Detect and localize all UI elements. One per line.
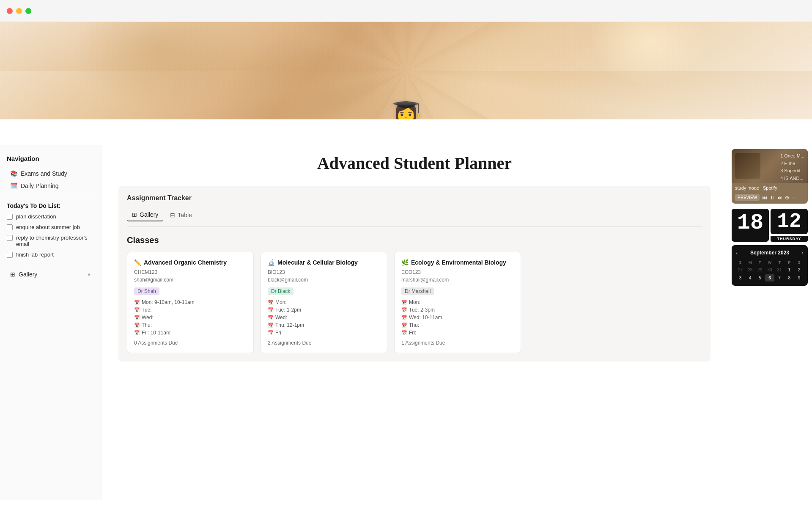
class-card-bio: 🔬 Molecular & Cellular Biology BIO123 bl…	[261, 252, 387, 353]
cal-3[interactable]: 3	[736, 274, 745, 282]
music-play-icon[interactable]: ⏸	[770, 195, 775, 201]
minimize-button[interactable]	[16, 8, 22, 14]
chem-thu-label: Thu:	[142, 322, 152, 328]
todo-item-1[interactable]: plan dissertation	[7, 213, 94, 220]
sidebar-item-exams-label: Exams and Study	[21, 170, 67, 177]
calendar-icon: 📅	[134, 300, 140, 305]
music-more-icon[interactable]: ···	[792, 195, 796, 201]
eco-mon-label: Mon:	[409, 299, 420, 305]
chevron-down-icon: ∨	[87, 271, 91, 277]
cal-1[interactable]: 1	[785, 266, 794, 273]
gallery-icon: ⊞	[10, 271, 15, 278]
cal-2[interactable]: 2	[795, 266, 804, 273]
calendar-icon-b3: 📅	[268, 315, 274, 320]
right-sidebar: 1 Once M... 2 E the 3 Superbl... 4 IS AN…	[727, 145, 812, 500]
calendar-icon-b2: 📅	[268, 307, 274, 313]
bio-tue: 📅 Tue: 1-2pm	[268, 307, 380, 313]
cal-day-w: W	[765, 260, 774, 265]
todo-checkbox-4[interactable]	[7, 252, 13, 258]
cal-day-f: F	[785, 260, 794, 265]
eco-tue: 📅 Tue: 2-3pm	[401, 307, 514, 313]
cal-header: ‹ September 2023 ›	[736, 249, 804, 256]
todo-item-3[interactable]: reply to chemistry professor's email	[7, 235, 94, 247]
card-title-eco: 🌿 Ecology & Environmental Biology	[401, 259, 514, 266]
cal-next-button[interactable]: ›	[801, 249, 804, 256]
cal-30[interactable]: 30	[765, 266, 774, 273]
cal-9[interactable]: 9	[795, 274, 804, 282]
todo-item-4[interactable]: finish lab report	[7, 251, 94, 258]
clock-day-label: THURSDAY	[771, 236, 808, 242]
bio-assignments: 2 Assignments Due	[268, 340, 380, 346]
chem-professor-tag: Dr Shah	[134, 287, 159, 295]
tracker-container: Assignment Tracker ⊞ Gallery ⊟ Table Cla…	[118, 186, 710, 362]
cal-4[interactable]: 4	[746, 274, 754, 282]
chem-tue: 📅 Tue:	[134, 307, 247, 313]
todo-checkbox-1[interactable]	[7, 214, 13, 220]
todo-checkbox-3[interactable]	[7, 235, 13, 241]
table-tab-label: Table	[178, 212, 192, 218]
sidebar-gallery-item[interactable]: ⊞ Gallery ∨	[3, 268, 98, 280]
chem-emoji: ✏️	[134, 259, 141, 266]
cal-day-t1: T	[755, 260, 764, 265]
mini-calendar: ‹ September 2023 › S M T W T F S 27 28 2…	[732, 245, 808, 286]
calendar-icon-e1: 📅	[401, 300, 407, 305]
bio-title-text: Molecular & Cellular Biology	[277, 259, 358, 266]
calendar-icon-3: 📅	[134, 315, 140, 320]
gallery-tab-label: Gallery	[140, 211, 158, 218]
tab-table[interactable]: ⊟ Table	[165, 209, 197, 221]
maximize-button[interactable]	[25, 8, 31, 14]
eco-email: marshall@gmail.com	[401, 277, 514, 283]
playlist-item-4: 4 IS AND...	[780, 175, 804, 182]
todo-item-2[interactable]: enquire about summer job	[7, 224, 94, 230]
sidebar-item-daily-planning[interactable]: 🗓️ Daily Planning	[3, 180, 98, 192]
eco-title-text: Ecology & Environmental Biology	[411, 259, 506, 266]
calendar-icon-e5: 📅	[401, 330, 407, 336]
eco-wed: 📅 Wed: 10-11am	[401, 315, 514, 320]
clock-display: 18 12 THURSDAY	[732, 209, 808, 242]
tab-gallery[interactable]: ⊞ Gallery	[127, 209, 163, 221]
chem-fri: 📅 Fri: 10-11am	[134, 330, 247, 336]
cal-8[interactable]: 8	[785, 274, 794, 282]
music-next-icon[interactable]: ⏭	[777, 195, 782, 201]
cal-27[interactable]: 27	[736, 266, 745, 273]
cal-prev-button[interactable]: ‹	[736, 249, 738, 256]
music-add-icon[interactable]: ⊕	[785, 195, 789, 201]
chem-code: CHEM123	[134, 269, 247, 275]
cal-5[interactable]: 5	[755, 274, 764, 282]
chem-mon: 📅 Mon: 9-10am, 10-11am	[134, 299, 247, 305]
cards-grid: ✏️ Advanced Organic Chemistry CHEM123 sh…	[127, 252, 702, 353]
cal-day-t2: T	[775, 260, 784, 265]
chem-wed-label: Wed:	[142, 315, 154, 320]
sidebar-item-exams[interactable]: 📚 Exams and Study	[3, 168, 98, 179]
close-button[interactable]	[7, 8, 13, 14]
music-preview-button[interactable]: PREVIEW	[735, 194, 760, 201]
eco-mon: 📅 Mon:	[401, 299, 514, 305]
music-prev-icon[interactable]: ⏮	[762, 195, 767, 201]
music-thumbnail-image	[735, 153, 760, 179]
page-icon: 👩‍🎓	[389, 100, 423, 119]
cal-6-today[interactable]: 6	[765, 274, 774, 282]
hero-banner: 👩‍🎓	[0, 22, 812, 119]
exams-emoji: 📚	[10, 170, 17, 177]
card-title-bio: 🔬 Molecular & Cellular Biology	[268, 259, 380, 266]
bio-mon: 📅 Mon:	[268, 299, 380, 305]
bio-email: black@gmail.com	[268, 277, 380, 283]
clock-hours: 18	[732, 209, 769, 242]
content-area: Navigation 📚 Exams and Study 🗓️ Daily Pl…	[0, 119, 812, 500]
sidebar-divider-2	[3, 263, 98, 263]
cal-28[interactable]: 28	[746, 266, 754, 273]
todo-checkbox-2[interactable]	[7, 224, 13, 230]
cal-7[interactable]: 7	[775, 274, 784, 282]
cal-day-s2: S	[795, 260, 804, 265]
cal-31[interactable]: 31	[775, 266, 784, 273]
cal-29[interactable]: 29	[755, 266, 764, 273]
sidebar-item-daily-planning-label: Daily Planning	[21, 182, 59, 189]
eco-thu: 📅 Thu:	[401, 322, 514, 328]
classes-heading: Classes	[127, 235, 702, 245]
cal-month-label: September 2023	[750, 250, 789, 256]
eco-professor-tag: Dr Marshall	[401, 287, 434, 295]
eco-assignments: 1 Assignments Due	[401, 340, 514, 346]
chem-assignments: 0 Assignments Due	[134, 340, 247, 346]
bio-professor-tag: Dr Black	[268, 287, 294, 295]
calendar-icon-e4: 📅	[401, 323, 407, 328]
